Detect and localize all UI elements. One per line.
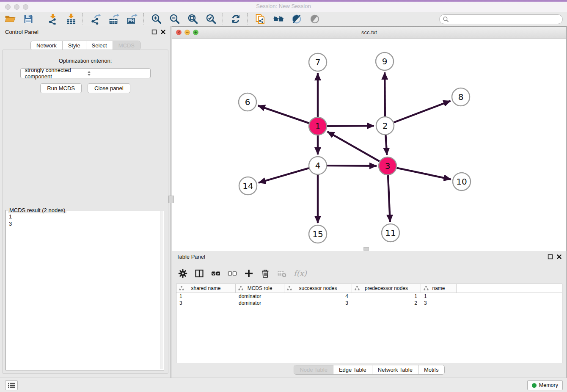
import-network-icon[interactable] [47, 14, 58, 25]
refresh-icon[interactable] [230, 14, 241, 25]
tab-select[interactable]: Select [86, 41, 113, 50]
column-view-icon[interactable] [195, 269, 204, 278]
app-window: Session: New Session Control Panel Netwo… [0, 0, 567, 392]
table-tab-edge-table[interactable]: Edge Table [333, 365, 372, 374]
node-1[interactable]: 1 [309, 117, 327, 135]
zoom-fit-icon[interactable] [187, 14, 198, 25]
node-7[interactable]: 7 [309, 53, 327, 71]
table-cell[interactable]: 1 [421, 293, 457, 300]
table-cell[interactable]: 1 [352, 293, 421, 300]
add-column-icon[interactable] [244, 269, 253, 278]
open-folder-icon[interactable] [5, 14, 16, 25]
table-row[interactable]: 3dominator323 [176, 300, 562, 306]
export-image-icon[interactable] [127, 14, 138, 25]
result-scrollbar[interactable] [160, 211, 163, 369]
edge-3-10[interactable] [397, 168, 451, 179]
export-network-icon[interactable] [90, 14, 101, 25]
zoom-in-icon[interactable] [151, 14, 162, 25]
node-11[interactable]: 11 [382, 224, 399, 242]
table-cell[interactable]: 1 [176, 293, 236, 300]
edge-2-9[interactable] [385, 72, 385, 116]
tab-network[interactable]: Network [31, 41, 62, 50]
table-row[interactable]: 1dominator411 [176, 293, 562, 300]
float-panel-icon[interactable] [151, 29, 157, 35]
vizmapper-icon[interactable] [291, 14, 302, 25]
column-header-name[interactable]: name [421, 284, 457, 293]
search-input[interactable] [449, 15, 562, 24]
edge-2-3[interactable] [385, 135, 387, 155]
node-table[interactable]: shared nameMCDS rolesuccessor nodesprede… [176, 284, 562, 363]
column-header-MCDS-role[interactable]: MCDS role [236, 284, 284, 293]
edge-2-8[interactable] [394, 101, 451, 122]
memory-button[interactable]: Memory [527, 380, 563, 390]
close-table-panel-icon[interactable] [556, 254, 562, 259]
node-6[interactable]: 6 [239, 93, 256, 111]
network-window-titlebar: scc.txt [172, 27, 566, 39]
zoom-selected-icon[interactable] [206, 14, 217, 25]
edge-1-6[interactable] [258, 105, 309, 123]
table-cell[interactable]: dominator [236, 293, 284, 300]
node-2[interactable]: 2 [376, 117, 394, 135]
close-panel-icon[interactable] [160, 29, 166, 35]
edge-4-14[interactable] [259, 168, 309, 183]
split-handle-vertical[interactable] [168, 196, 174, 203]
criterion-value: strongly connected component [25, 67, 87, 80]
home-icon[interactable] [273, 14, 284, 25]
node-9[interactable]: 9 [376, 52, 394, 70]
node-14[interactable]: 14 [239, 177, 257, 195]
table-tab-network-table[interactable]: Network Table [372, 365, 418, 374]
float-table-panel-icon[interactable] [548, 254, 553, 259]
svg-text:6: 6 [245, 97, 250, 107]
unselect-all-columns-icon[interactable] [228, 269, 237, 278]
mcds-tab-pane: Optimization criterion: strongly connect… [2, 50, 168, 374]
close-panel-button[interactable]: Close panel [88, 83, 130, 93]
node-3[interactable]: 3 [379, 157, 396, 175]
table-cell[interactable]: 4 [284, 293, 352, 300]
import-table-icon[interactable] [66, 14, 77, 25]
column-header-shared-name[interactable]: shared name [176, 284, 236, 293]
edge-4-3[interactable] [327, 166, 377, 166]
delete-column-icon[interactable] [261, 269, 270, 278]
select-all-columns-icon[interactable] [211, 269, 220, 278]
column-header-successor-nodes[interactable]: successor nodes [284, 284, 352, 293]
table-cell[interactable]: 3 [421, 300, 457, 306]
table-cell[interactable]: 2 [352, 300, 421, 306]
run-mcds-button[interactable]: Run MCDS [40, 83, 82, 93]
svg-text:3: 3 [385, 161, 391, 171]
network-canvas[interactable]: 1234678910111415 [172, 39, 566, 251]
tab-mcds[interactable]: MCDS [113, 41, 140, 50]
tab-style[interactable]: Style [62, 41, 86, 50]
split-handle-horizontal[interactable] [363, 247, 369, 251]
column-header-predecessor-nodes[interactable]: predecessor nodes [352, 284, 421, 293]
result-line: 1 [9, 213, 161, 220]
edge-1-2[interactable] [327, 126, 374, 126]
show-panels-button[interactable] [5, 380, 18, 390]
stepper-icon [87, 70, 149, 77]
table-tab-motifs[interactable]: Motifs [418, 365, 444, 374]
save-icon[interactable] [23, 14, 34, 25]
clone-network-icon[interactable] [255, 14, 266, 25]
titlebar: Session: New Session [0, 0, 567, 12]
titlebar-accent [0, 0, 567, 2]
attribute-icon [287, 286, 292, 291]
table-tab-node-table[interactable]: Node Table [294, 365, 333, 374]
network-graph[interactable]: 1234678910111415 [172, 39, 566, 251]
settings-gear-icon[interactable] [178, 269, 187, 278]
network-window: scc.txt 1234678910111415 [172, 26, 567, 251]
edge-3-1[interactable] [328, 132, 380, 161]
table-cell[interactable]: 3 [284, 300, 352, 306]
table-toolbar: f(x) [178, 265, 303, 282]
edge-3-11[interactable] [388, 175, 390, 222]
optimization-criterion-select[interactable]: strongly connected component [20, 68, 151, 78]
node-4[interactable]: 4 [309, 157, 327, 174]
zoom-out-icon[interactable] [169, 14, 180, 25]
main-toolbar [0, 12, 567, 27]
table-cell[interactable]: 3 [176, 300, 236, 306]
node-10[interactable]: 10 [453, 173, 471, 190]
export-table-icon[interactable] [108, 14, 119, 25]
node-15[interactable]: 15 [309, 225, 327, 243]
node-8[interactable]: 8 [452, 88, 470, 106]
table-cell[interactable]: dominator [236, 300, 284, 306]
search-box[interactable] [439, 14, 563, 24]
eye-icon[interactable] [309, 14, 320, 25]
